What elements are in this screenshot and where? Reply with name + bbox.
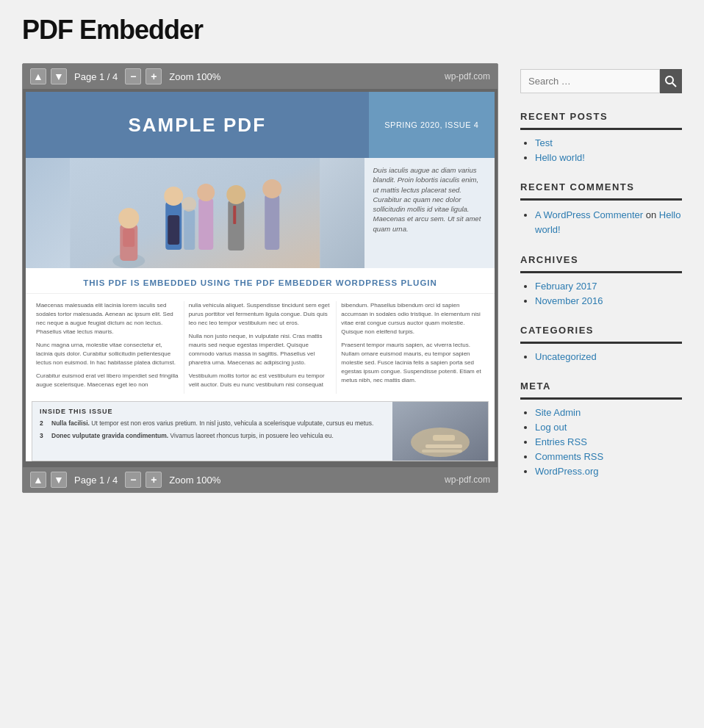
svg-point-17 bbox=[182, 197, 196, 212]
pdf-inside-item-2: 3 Donec vulputate gravida condimentum. V… bbox=[40, 432, 385, 441]
pdf-item2-content: Donec vulputate gravida condimentum. Viv… bbox=[51, 432, 334, 441]
pdf-item2-text: Vivamus laoreet rhoncus turpis, in posue… bbox=[170, 432, 334, 439]
pdf-item1-text: Ut tempor est non eros varius pretium. I… bbox=[91, 419, 373, 427]
pdf-col1-p1: Maecenas malesuada elit lacinia lorem ia… bbox=[36, 301, 179, 336]
pdf-header: SAMPLE PDF SPRING 2020, ISSUE 4 bbox=[26, 92, 495, 158]
pdf-toolbar-bottom: ▲ ▼ Page 1 / 4 − + Zoom 100% wp-pdf.com bbox=[23, 467, 498, 492]
svg-rect-5 bbox=[123, 228, 134, 247]
svg-rect-16 bbox=[184, 209, 195, 250]
pdf-col3-p1: bibendum. Phasellus bibendum orci id sap… bbox=[341, 301, 484, 336]
pdf-zoom-info: Zoom 100% bbox=[169, 71, 220, 82]
recent-posts-title: RECENT POSTS bbox=[520, 111, 682, 130]
svg-line-25 bbox=[672, 83, 676, 87]
pdf-item1-num: 2 bbox=[40, 419, 47, 428]
archive-feb-2017[interactable]: February 2017 bbox=[535, 281, 597, 292]
list-item: WordPress.org bbox=[535, 466, 682, 477]
svg-point-7 bbox=[164, 187, 183, 206]
pdf-item1-content: Nulla facilisi. Ut tempor est non eros v… bbox=[51, 419, 373, 428]
pdf-subtitle: SPRING 2020, ISSUE 4 bbox=[384, 120, 478, 129]
list-item: Log out bbox=[535, 422, 682, 433]
list-item: February 2017 bbox=[535, 281, 682, 292]
svg-rect-9 bbox=[198, 198, 213, 250]
sidebar: RECENT POSTS Test Hello world! RECENT CO… bbox=[520, 63, 682, 495]
svg-rect-13 bbox=[233, 206, 236, 224]
recent-posts-list: Test Hello world! bbox=[520, 137, 682, 164]
svg-rect-8 bbox=[168, 215, 179, 245]
meta-log-out[interactable]: Log out bbox=[535, 422, 567, 433]
sidebar-archives: ARCHIVES February 2017 November 2016 bbox=[520, 254, 682, 307]
pdf-prev-button-bottom[interactable]: ▲ bbox=[30, 472, 46, 488]
sidebar-meta: META Site Admin Log out Entries RSS Comm… bbox=[520, 381, 682, 477]
list-item: November 2016 bbox=[535, 295, 682, 307]
pdf-col1-p2: Nunc magna urna, molestie vitae consecte… bbox=[36, 341, 179, 367]
list-item: A WordPress Commenter on Hello world! bbox=[535, 208, 682, 237]
svg-point-4 bbox=[118, 208, 139, 228]
commenter-link[interactable]: A WordPress Commenter bbox=[535, 209, 643, 220]
pdf-next-button-bottom[interactable]: ▼ bbox=[51, 472, 67, 488]
pdf-zoom-out-button[interactable]: − bbox=[125, 68, 141, 84]
pdf-item2-title: Donec vulputate gravida condimentum. bbox=[51, 432, 168, 439]
recent-post-hello[interactable]: Hello world! bbox=[535, 152, 585, 163]
search-button[interactable] bbox=[660, 69, 682, 93]
pdf-col2-p2: Nulla non justo neque, in vulputate nisi… bbox=[189, 332, 332, 367]
pdf-header-right: SPRING 2020, ISSUE 4 bbox=[369, 92, 495, 158]
pdf-inside-title: INSIDE THIS ISSUE bbox=[40, 408, 385, 415]
pdf-page-info-bottom: Page 1 / 4 bbox=[74, 475, 118, 486]
sidebar-recent-posts: RECENT POSTS Test Hello world! bbox=[520, 111, 682, 164]
pdf-prev-button[interactable]: ▲ bbox=[30, 68, 46, 84]
pdf-col-2: nulla vehicula aliquet. Suspendisse tinc… bbox=[184, 301, 337, 394]
list-item: Test bbox=[535, 137, 682, 149]
pdf-zoom-out-button-bottom[interactable]: − bbox=[125, 472, 141, 488]
archive-nov-2016[interactable]: November 2016 bbox=[535, 295, 603, 306]
list-item: Uncategorized bbox=[535, 351, 682, 363]
pdf-col-1: Maecenas malesuada elit lacinia lorem ia… bbox=[32, 301, 184, 394]
site-title: PDF Embedder bbox=[22, 15, 682, 46]
pdf-next-button[interactable]: ▼ bbox=[51, 68, 67, 84]
pdf-col2-p3: Vestibulum mollis tortor ac est vestibul… bbox=[189, 372, 332, 389]
pdf-toolbar: ▲ ▼ Page 1 / 4 − + Zoom 100% wp-pdf.com bbox=[23, 64, 498, 89]
svg-rect-14 bbox=[265, 195, 279, 250]
comment-on-text: on bbox=[646, 209, 659, 220]
svg-rect-21 bbox=[433, 435, 455, 441]
meta-site-admin[interactable]: Site Admin bbox=[535, 407, 581, 418]
pdf-photo-caption: Duis iaculis augue ac diam varius blandi… bbox=[364, 158, 495, 268]
pdf-zoom-in-button-bottom[interactable]: + bbox=[146, 472, 162, 488]
sidebar-categories: CATEGORIES Uncategorized bbox=[520, 325, 682, 363]
pdf-header-left: SAMPLE PDF bbox=[26, 92, 369, 158]
svg-point-15 bbox=[262, 179, 281, 198]
pdf-zoom-info-bottom: Zoom 100% bbox=[169, 475, 220, 486]
pdf-body: Maecenas malesuada elit lacinia lorem ia… bbox=[26, 294, 495, 401]
pdf-footer-photo bbox=[392, 402, 488, 461]
sidebar-recent-comments: RECENT COMMENTS A WordPress Commenter on… bbox=[520, 181, 682, 237]
meta-wordpress-org[interactable]: WordPress.org bbox=[535, 466, 598, 477]
pdf-zoom-in-button[interactable]: + bbox=[146, 68, 162, 84]
svg-point-10 bbox=[197, 184, 215, 201]
pdf-inside-item-1: 2 Nulla facilisi. Ut tempor est non eros… bbox=[40, 419, 385, 428]
search-box bbox=[520, 69, 682, 93]
list-item: Hello world! bbox=[535, 152, 682, 164]
meta-comments-rss[interactable]: Comments RSS bbox=[535, 451, 603, 462]
pdf-item2-num: 3 bbox=[40, 432, 47, 441]
pdf-watermark-top: wp-pdf.com bbox=[445, 71, 490, 82]
svg-rect-23 bbox=[422, 450, 462, 453]
pdf-footer-box: INSIDE THIS ISSUE 2 Nulla facilisi. Ut t… bbox=[32, 401, 489, 461]
category-uncategorized[interactable]: Uncategorized bbox=[535, 351, 597, 362]
pdf-footer-photo-svg bbox=[392, 402, 488, 461]
pdf-col2-p1: nulla vehicula aliquet. Suspendisse tinc… bbox=[189, 301, 332, 328]
pdf-page-info: Page 1 / 4 bbox=[74, 71, 118, 82]
pdf-col-3: bibendum. Phasellus bibendum orci id sap… bbox=[337, 301, 489, 394]
recent-post-test[interactable]: Test bbox=[535, 137, 553, 148]
search-icon bbox=[665, 76, 677, 87]
svg-point-24 bbox=[666, 76, 673, 84]
content-area: ▲ ▼ Page 1 / 4 − + Zoom 100% wp-pdf.com … bbox=[22, 63, 682, 495]
meta-entries-rss[interactable]: Entries RSS bbox=[535, 436, 587, 447]
meta-title: META bbox=[520, 381, 682, 400]
meta-list: Site Admin Log out Entries RSS Comments … bbox=[520, 407, 682, 477]
pdf-photo-row: Duis iaculis augue ac diam varius blandi… bbox=[26, 158, 495, 268]
page-wrapper: PDF Embedder ▲ ▼ Page 1 / 4 − + Zoom 100… bbox=[0, 0, 704, 728]
pdf-main-title: SAMPLE PDF bbox=[128, 114, 266, 137]
pdf-col3-p2: Praesent tempor mauris sapien, ac viverr… bbox=[341, 341, 484, 385]
search-input[interactable] bbox=[520, 69, 660, 93]
pdf-photo-left bbox=[26, 158, 364, 268]
archives-title: ARCHIVES bbox=[520, 254, 682, 273]
